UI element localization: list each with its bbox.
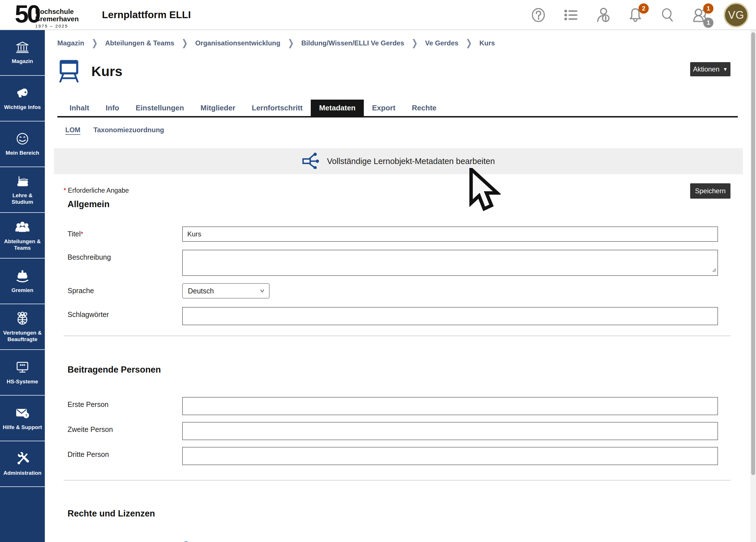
sidebar-item-label: Abteilungen & Teams bbox=[1, 238, 44, 251]
mail-question-icon: ? bbox=[15, 406, 30, 421]
sidebar-item-hilfe-support[interactable]: ? Hilfe & Support bbox=[0, 396, 45, 441]
list-icon[interactable] bbox=[562, 6, 579, 24]
tab-mitglieder[interactable]: Mitglieder bbox=[192, 100, 243, 116]
dritte-person-input[interactable] bbox=[182, 447, 718, 465]
main-content: Magazin ❯ Abteilungen & Teams ❯ Organisa… bbox=[45, 30, 750, 542]
page-scrollbar[interactable] bbox=[750, 30, 756, 542]
page-title: Kurs bbox=[91, 64, 122, 79]
tab-rechte[interactable]: Rechte bbox=[404, 100, 445, 116]
sidebar-item-administration[interactable]: Administration bbox=[0, 441, 45, 487]
sidebar-item-label: Vertretungen & Beauftragte bbox=[1, 329, 44, 343]
megaphone-icon bbox=[16, 86, 29, 101]
chevron-right-icon: ❯ bbox=[92, 37, 98, 49]
zweite-person-input[interactable] bbox=[182, 422, 718, 440]
chevron-right-icon: ❯ bbox=[466, 37, 472, 49]
hochschule-bremerhaven-logo: 50 Hochschule Bremerhaven 1975 – 2025 bbox=[15, 2, 79, 28]
section-divider bbox=[64, 480, 730, 481]
section-heading-beitragende: Beitragende Personen bbox=[68, 365, 738, 375]
sidebar-item-abteilungen-teams[interactable]: Abteilungen & Teams bbox=[0, 213, 45, 259]
sprache-select[interactable]: Deutsch ˅ bbox=[182, 283, 270, 299]
tab-lernfortschritt[interactable]: Lernfortschritt bbox=[243, 100, 311, 116]
contacts-icon[interactable]: 1 1 bbox=[691, 6, 709, 24]
required-asterisk: * bbox=[64, 187, 66, 194]
titel-required-asterisk: * bbox=[81, 230, 83, 238]
sidebar-item-gremien[interactable]: Gremien bbox=[0, 259, 45, 304]
breadcrumb-item[interactable]: Magazin bbox=[57, 39, 84, 47]
scrollbar-thumb[interactable] bbox=[751, 32, 755, 475]
sidebar-item-hs-systeme[interactable]: *** HS-Systeme bbox=[0, 350, 45, 396]
erste-person-label: Erste Person bbox=[68, 397, 182, 415]
beschreibung-label: Beschreibung bbox=[68, 250, 182, 276]
sidebar-item-lehre-studium[interactable]: Lehre & Studium bbox=[0, 167, 45, 213]
user-avatar[interactable]: VG bbox=[724, 3, 749, 28]
beschreibung-textarea[interactable] bbox=[182, 250, 718, 276]
form-row-titel: Titel* bbox=[68, 226, 718, 242]
section-divider bbox=[64, 335, 730, 336]
help-icon[interactable] bbox=[530, 6, 547, 24]
tab-info[interactable]: Info bbox=[97, 100, 127, 116]
titel-input[interactable] bbox=[182, 226, 718, 242]
actions-button[interactable]: Aktionen ▼ bbox=[690, 62, 730, 76]
form-row-copyright: Copyright All rights reserved bbox=[68, 539, 718, 542]
sidebar-item-label: HS-Systeme bbox=[7, 378, 38, 385]
caret-down-icon: ▼ bbox=[723, 67, 728, 72]
schlagwoerter-label: Schlagwörter bbox=[68, 307, 182, 325]
subtab-taxonomiezuordnung[interactable]: Taxonomiezuordnung bbox=[93, 126, 164, 135]
top-header: 50 Hochschule Bremerhaven 1975 – 2025 Le… bbox=[0, 0, 756, 30]
section-heading-allgemein: Allgemein bbox=[68, 199, 738, 209]
breadcrumb-item-current[interactable]: Kurs bbox=[479, 39, 495, 47]
form-row-beschreibung: Beschreibung bbox=[68, 250, 718, 276]
committee-hand-icon bbox=[15, 269, 30, 284]
tab-einstellungen[interactable]: Einstellungen bbox=[127, 100, 192, 116]
sidebar-item-label: Mein Bereich bbox=[6, 150, 39, 156]
contacts-badge-top: 1 bbox=[703, 3, 713, 14]
logo-line2: Bremerhaven bbox=[35, 15, 79, 23]
breadcrumb-item[interactable]: Organisationsentwicklung bbox=[195, 39, 280, 47]
main-sidebar: Magazin Wichtige Infos Mein Bereich bbox=[0, 30, 45, 542]
erste-person-input[interactable] bbox=[182, 397, 718, 415]
search-icon[interactable] bbox=[659, 6, 677, 24]
notifications-bell-icon[interactable]: 2 bbox=[627, 6, 644, 24]
form-row-schlagwoerter: Schlagwörter bbox=[68, 307, 718, 325]
breadcrumb-item[interactable]: Bildung/Wissen/ELLI Ve Gerdes bbox=[301, 39, 404, 47]
svg-text:***: *** bbox=[20, 363, 25, 369]
sidebar-item-magazin[interactable]: Magazin bbox=[0, 30, 45, 76]
user-status-icon[interactable] bbox=[594, 6, 612, 24]
sidebar-item-wichtige-infos[interactable]: Wichtige Infos bbox=[0, 76, 45, 121]
breadcrumb: Magazin ❯ Abteilungen & Teams ❯ Organisa… bbox=[57, 30, 738, 47]
breadcrumb-item[interactable]: Abteilungen & Teams bbox=[105, 39, 174, 47]
chevron-right-icon: ❯ bbox=[411, 37, 418, 49]
tab-metadaten[interactable]: Metadaten bbox=[311, 100, 364, 116]
sidebar-item-label: Administration bbox=[3, 470, 41, 476]
subtab-lom[interactable]: LOM bbox=[65, 126, 80, 135]
edit-full-metadata-label: Vollständige Lernobjekt-Metadaten bearbe… bbox=[327, 157, 495, 166]
section-heading-rechte: Rechte und Lizenzen bbox=[68, 509, 738, 519]
tab-export[interactable]: Export bbox=[364, 100, 404, 116]
magazin-bank-icon bbox=[16, 41, 29, 55]
tab-inhalt[interactable]: Inhalt bbox=[61, 100, 97, 116]
subtab-bar: LOM Taxonomiezuordnung bbox=[57, 126, 738, 135]
course-easel-icon bbox=[58, 58, 80, 85]
sidebar-item-label: Hilfe & Support bbox=[3, 424, 42, 430]
smiley-icon bbox=[16, 132, 29, 147]
form-row-dritte-person: Dritte Person bbox=[68, 447, 718, 465]
save-button[interactable]: Speichern bbox=[690, 183, 730, 199]
form-row-zweite-person: Zweite Person bbox=[68, 422, 718, 440]
metadata-node-icon bbox=[302, 152, 320, 170]
chevron-right-icon: ❯ bbox=[288, 37, 294, 49]
resize-handle-icon[interactable] bbox=[711, 267, 717, 274]
monitor-password-icon: *** bbox=[15, 360, 30, 375]
globe-people-icon bbox=[15, 311, 30, 327]
dritte-person-label: Dritte Person bbox=[68, 447, 182, 465]
schlagwoerter-input[interactable] bbox=[182, 307, 718, 325]
sprache-selected-value: Deutsch bbox=[188, 287, 214, 295]
sidebar-item-mein-bereich[interactable]: Mein Bereich bbox=[0, 121, 45, 167]
sidebar-item-label: Wichtige Infos bbox=[4, 104, 41, 110]
breadcrumb-item[interactable]: Ve Gerdes bbox=[425, 39, 458, 47]
sidebar-filler bbox=[0, 487, 45, 542]
tools-icon bbox=[15, 451, 30, 467]
app-title: Lernplattform ELLI bbox=[102, 9, 191, 20]
sidebar-item-label: Magazin bbox=[12, 58, 33, 64]
edit-full-metadata-banner[interactable]: Vollständige Lernobjekt-Metadaten bearbe… bbox=[54, 148, 743, 174]
sidebar-item-vertretungen[interactable]: Vertretungen & Beauftragte bbox=[0, 304, 45, 350]
